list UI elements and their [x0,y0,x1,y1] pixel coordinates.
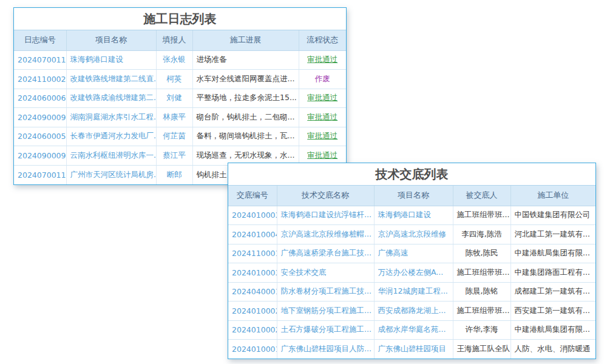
progress-text: 水车对全线遮阳网覆盖点进... [192,70,299,89]
disclosure-name-link[interactable]: 京沪高速北京段维修桩帽... [277,225,374,244]
project-name-link[interactable]: 珠海鹤港口建设 [374,206,453,225]
unit-text: 中建集团路面工程有... [510,263,595,283]
status-link[interactable]: 审批通过 [299,50,346,70]
reporter-link[interactable]: 林康平 [156,108,192,127]
receiver-text: 施工班组带班... [453,206,510,225]
table-body: 2024010003珠海鹤港口建设抗浮锚杆...珠海鹤港口建设施工班组带班...… [228,206,595,359]
table-row: 2024110002改建铁路线增建第二线直...柯英水车对全线遮阳网覆盖点进..… [14,70,346,89]
table-row: 2024010003珠海鹤港口建设抗浮锚杆...珠海鹤港口建设施工班组带班...… [228,206,595,225]
project-name-link[interactable]: 云南水利枢纽潜明水库一... [66,146,156,166]
disclosure-name-link[interactable]: 地下室钢筋分项工程施工... [277,302,374,321]
reporter-link[interactable]: 刘健 [156,89,192,108]
project-name-link[interactable]: 珠海鹤港口建设 [66,50,156,70]
status-link[interactable]: 作废 [299,70,346,89]
disclosure-name-link[interactable]: 安全技术交底 [277,263,374,283]
disclosure-id-link[interactable]: 2024040001 [228,282,277,302]
column-header: 施工单位 [510,186,595,206]
status-link[interactable]: 审批通过 [299,127,346,146]
project-name-link[interactable]: 湖南洞庭湖水库引水工程... [66,108,156,127]
disclosure-id-link[interactable]: 2024010003 [228,206,277,225]
progress-text: 砌台阶，钩机排土，二包砌... [192,108,299,127]
disclosure-id-link[interactable]: 2024010002 [228,302,277,321]
tech-disclosure-panel: 技术交底列表 交底编号技术交底名称项目名称被交底人施工单位 2024010003… [228,163,596,359]
project-name-link[interactable]: 改建铁路成渝线增建第二... [66,89,156,108]
progress-text: 进场准备 [192,50,299,70]
table-row: 2024070011珠海鹤港口建设张永银进场准备审批通过 [14,50,346,70]
column-header: 项目名称 [66,30,156,50]
column-header: 被交底人 [453,186,510,206]
tech-disclosure-table: 交底编号技术交底名称项目名称被交底人施工单位 2024010003珠海鹤港口建设… [228,186,595,359]
disclosure-id-link[interactable]: 2024010004 [228,225,277,244]
column-header: 施工进展 [192,30,299,50]
table-row: 2024010002地下室钢筋分项工程施工...西安成都路龙湖上...施工班组带… [228,302,595,321]
unit-text: 中国铁建集团有限公司 [510,206,595,225]
disclosure-id-link[interactable]: 2024010002 [228,320,277,340]
project-name-link[interactable]: 华润12城房建工程... [374,282,453,302]
table-row: 2024060005长春市伊通河水力发电厂...何芷茵备料，砌间墙钩机排土，瓦.… [14,127,346,146]
reporter-link[interactable]: 张永银 [156,50,192,70]
table-row: 2024060006改建铁路成渝线增建第二...刘健平整场地，拉走多余泥土15.… [14,89,346,108]
receiver-text: 施工班组带班... [453,302,510,321]
project-name-link[interactable]: 广州市天河区统计局机房... [66,165,156,184]
unit-text: 人防、水电、消防暖通 [510,340,595,359]
table-header-row: 日志编号项目名称填报人施工进展流程状态 [14,30,346,50]
disclosure-id-link[interactable]: 2024010003 [228,263,277,283]
table-row: 2024090009湖南洞庭湖水库引水工程...林康平砌台阶，钩机排土，二包砌.… [14,108,346,127]
project-name-link[interactable]: 京沪高速北京段维修 [374,225,453,244]
table-row: 2024010003安全技术交底万达办公楼左侧A...施工班组带班...中建集团… [228,263,595,283]
log-id-link[interactable]: 2024060006 [14,89,66,108]
construction-log-panel: 施工日志列表 日志编号项目名称填报人施工进展流程状态 2024070011珠海鹤… [13,7,347,185]
tech-disclosure-title: 技术交底列表 [228,163,595,186]
disclosure-name-link[interactable]: 广东佛山碧桂园项目人防... [277,340,374,359]
column-header: 日志编号 [14,30,66,50]
reporter-link[interactable]: 蔡江平 [156,146,192,166]
column-header: 项目名称 [374,186,453,206]
disclosure-name-link[interactable]: 珠海鹤港口建设抗浮锚杆... [277,206,374,225]
table-row: 2024010001广东佛山碧桂园项目人防...广东佛山碧桂园项目王海施工队全队… [228,340,595,359]
column-header: 交底编号 [228,186,277,206]
project-name-link[interactable]: 成都水岸华庭名苑... [374,320,453,340]
table-row: 2024010004京沪高速北京段维修桩帽...京沪高速北京段维修李四海,陈浩河… [228,225,595,244]
project-name-link[interactable]: 广佛高速 [374,244,453,263]
progress-text: 备料，砌间墙钩机排土，瓦... [192,127,299,146]
receiver-text: 陈牧,陈民 [453,244,510,263]
receiver-text: 施工班组带班... [453,263,510,283]
log-id-link[interactable]: 2024090009 [14,108,66,127]
reporter-link[interactable]: 柯英 [156,70,192,89]
unit-text: 西安建工第一建筑有... [510,302,595,321]
status-link[interactable]: 审批通过 [299,108,346,127]
unit-text: 中建港航局集团有限... [510,320,595,340]
disclosure-name-link[interactable]: 土石方爆破分项工程施工... [277,320,374,340]
status-link[interactable]: 审批通过 [299,89,346,108]
disclosure-id-link[interactable]: 2024110001 [228,244,277,263]
table-row: 2024010002土石方爆破分项工程施工...成都水岸华庭名苑...许华,李海… [228,320,595,340]
unit-text: 成都建工第一建筑有... [510,282,595,302]
construction-log-title: 施工日志列表 [14,8,346,30]
page-background: 施工日志列表 日志编号项目名称填报人施工进展流程状态 2024070011珠海鹤… [0,0,607,364]
table-row: 2024040001防水卷材分项工程施工技...华润12城房建工程...陈晨,陈… [228,282,595,302]
log-id-link[interactable]: 2024070011 [14,50,66,70]
reporter-link[interactable]: 何芷茵 [156,127,192,146]
log-id-link[interactable]: 2024110002 [14,70,66,89]
reporter-link[interactable]: 断郎 [156,165,192,184]
project-name-link[interactable]: 长春市伊通河水力发电厂... [66,127,156,146]
project-name-link[interactable]: 西安成都路龙湖上... [374,302,453,321]
column-header: 流程状态 [299,30,346,50]
construction-log-table: 日志编号项目名称填报人施工进展流程状态 2024070011珠海鹤港口建设张永银… [14,30,346,184]
log-id-link[interactable]: 2024070011 [14,165,66,184]
unit-text: 中建港航局集团有限... [510,244,595,263]
project-name-link[interactable]: 改建铁路线增建第二线直... [66,70,156,89]
column-header: 技术交底名称 [277,186,374,206]
log-id-link[interactable]: 2024090009 [14,146,66,166]
log-id-link[interactable]: 2024060005 [14,127,66,146]
disclosure-name-link[interactable]: 防水卷材分项工程施工技... [277,282,374,302]
disclosure-id-link[interactable]: 2024010001 [228,340,277,359]
receiver-text: 王海施工队全队 [453,340,510,359]
disclosure-name-link[interactable]: 广佛高速桥梁承台施工技... [277,244,374,263]
progress-text: 平整场地，拉走多余泥土15... [192,89,299,108]
receiver-text: 李四海,陈浩 [453,225,510,244]
project-name-link[interactable]: 广东佛山碧桂园项目 [374,340,453,359]
receiver-text: 陈晨,陈铭 [453,282,510,302]
table-header-row: 交底编号技术交底名称项目名称被交底人施工单位 [228,186,595,206]
project-name-link[interactable]: 万达办公楼左侧A... [374,263,453,283]
